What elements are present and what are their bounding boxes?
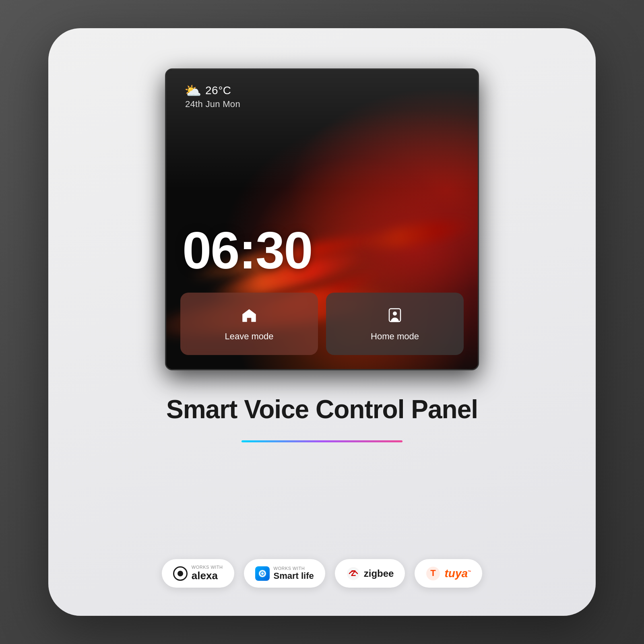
svg-point-1 <box>393 312 397 316</box>
alexa-icon-inner <box>178 571 183 576</box>
leave-mode-button[interactable]: Leave mode <box>180 293 318 355</box>
tuya-badge: T tuya~ <box>415 559 482 588</box>
weather-temperature: 26°C <box>205 84 231 97</box>
svg-text:Z: Z <box>351 569 356 578</box>
home-mode-label: Home mode <box>371 331 419 342</box>
smartlife-brand-name: Smart life <box>274 571 314 581</box>
device-wrapper: ⛅ 26°C 24th Jun Mon 06:30 <box>165 68 479 370</box>
weather-section: ⛅ 26°C 24th Jun Mon <box>184 84 240 109</box>
weather-row: ⛅ 26°C <box>184 84 240 97</box>
zigbee-logo: Z zigbee <box>346 566 394 581</box>
smartlife-text-group: WORKS WITH Smart life <box>274 566 314 581</box>
weather-date: 24th Jun Mon <box>184 99 240 109</box>
tuya-brand-name: tuya~ <box>444 567 471 580</box>
alexa-works-with: WORKS WITH <box>192 565 223 570</box>
device-frame: ⛅ 26°C 24th Jun Mon 06:30 <box>165 68 479 370</box>
time-display: 06:30 <box>182 224 312 277</box>
device-screen: ⛅ 26°C 24th Jun Mon 06:30 <box>166 70 478 369</box>
smartlife-badge: WORKS WITH Smart life <box>244 559 325 588</box>
zigbee-badge: Z zigbee <box>335 559 405 588</box>
badge-row: WORKS WITH alexa WORKS WITH Smart life <box>48 559 596 588</box>
main-card: ⛅ 26°C 24th Jun Mon 06:30 <box>48 28 596 616</box>
zigbee-text: zigbee <box>364 568 394 579</box>
mode-buttons-container: Leave mode Home mode <box>180 293 464 355</box>
alexa-icon <box>173 566 188 581</box>
smartlife-works-with: WORKS WITH <box>274 566 314 571</box>
home-mode-button[interactable]: Home mode <box>326 293 464 355</box>
alexa-brand-name: alexa <box>192 570 223 582</box>
alexa-badge: WORKS WITH alexa <box>162 559 234 588</box>
smartlife-icon <box>255 566 270 581</box>
home-mode-icon <box>386 306 404 326</box>
product-title: Smart Voice Control Panel <box>166 394 478 424</box>
svg-text:T: T <box>431 568 436 578</box>
tuya-icon: T <box>426 566 440 581</box>
gradient-divider <box>242 440 402 442</box>
leave-mode-label: Leave mode <box>225 331 273 342</box>
weather-icon: ⛅ <box>184 84 201 97</box>
svg-point-2 <box>261 572 264 575</box>
leave-mode-icon <box>240 306 258 326</box>
alexa-text-group: WORKS WITH alexa <box>192 565 223 582</box>
